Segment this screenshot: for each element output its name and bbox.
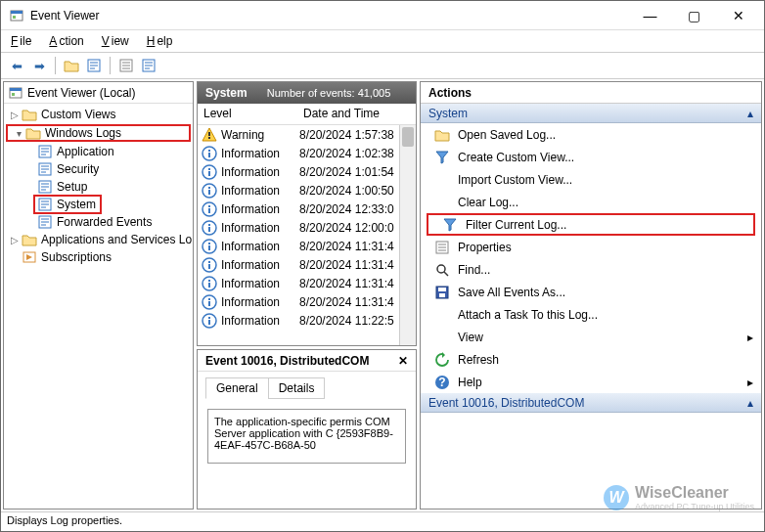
forward-button[interactable]: ➡ xyxy=(29,56,49,75)
folder-icon xyxy=(22,107,37,122)
tree-label: Custom Views xyxy=(41,108,115,121)
event-datetime: 8/20/2024 1:01:54 xyxy=(295,165,416,179)
tree-setup[interactable]: Setup xyxy=(4,178,193,196)
subscriptions-icon xyxy=(22,249,37,265)
center-header: System Number of events: 41,005 xyxy=(198,82,416,104)
info-icon xyxy=(202,164,217,180)
action-label: Import Custom View... xyxy=(458,173,572,187)
action-view[interactable]: View ▸ xyxy=(421,326,761,348)
event-datetime: 8/20/2024 1:57:38 xyxy=(295,128,416,142)
info-icon xyxy=(202,239,217,254)
col-level[interactable]: Level xyxy=(198,104,297,124)
blank-icon xyxy=(434,330,450,345)
action-label: Open Saved Log... xyxy=(458,128,556,142)
collapse-icon[interactable]: ▾ xyxy=(12,128,25,139)
event-row[interactable]: Information8/20/2024 1:00:50 xyxy=(198,181,416,200)
tree-label: Setup xyxy=(57,180,87,194)
action-attach-task[interactable]: Attach a Task To this Log... xyxy=(421,303,761,326)
log-icon xyxy=(37,161,53,177)
scrollbar-thumb[interactable] xyxy=(402,127,414,147)
toolbar-btn-4[interactable] xyxy=(139,56,158,75)
tree-apps-services[interactable]: ▷ Applications and Services Lo xyxy=(4,231,193,248)
event-row[interactable]: Information8/20/2024 1:02:38 xyxy=(198,144,416,162)
tab-general[interactable]: General xyxy=(205,377,269,399)
tree-security[interactable]: Security xyxy=(4,160,193,178)
close-button[interactable]: ✕ xyxy=(716,2,760,29)
action-filter-current-log[interactable]: Filter Current Log... xyxy=(427,213,755,236)
actions-section-system[interactable]: System ▴ xyxy=(421,104,761,123)
tree-label: Security xyxy=(57,162,99,176)
close-detail-button[interactable]: ✕ xyxy=(398,354,408,368)
collapse-icon[interactable]: ▴ xyxy=(747,107,753,120)
col-datetime[interactable]: Date and Time xyxy=(297,104,416,124)
expand-icon[interactable]: ▷ xyxy=(8,235,22,245)
action-label: Clear Log... xyxy=(458,196,518,209)
event-row[interactable]: Information8/20/2024 11:31:4 xyxy=(198,292,416,311)
action-label: Filter Current Log... xyxy=(466,218,566,232)
tree-label: Subscriptions xyxy=(41,250,112,264)
event-list[interactable]: Warning8/20/2024 1:57:38Information8/20/… xyxy=(198,125,416,345)
scrollbar[interactable] xyxy=(399,125,416,345)
event-row[interactable]: Information8/20/2024 11:31:4 xyxy=(198,255,416,274)
help-icon xyxy=(434,375,450,390)
tree-label: System xyxy=(57,198,96,211)
toolbar-btn-3[interactable] xyxy=(116,56,136,75)
statusbar: Displays Log properties. xyxy=(1,511,764,531)
toolbar: ⬅ ➡ xyxy=(1,52,764,79)
tree-subscriptions[interactable]: Subscriptions xyxy=(4,248,193,266)
event-row[interactable]: Information8/20/2024 11:31:4 xyxy=(198,274,416,292)
tab-details[interactable]: Details xyxy=(268,377,326,399)
maximize-button[interactable]: ▢ xyxy=(672,2,716,29)
expand-icon[interactable]: ▷ xyxy=(8,110,22,120)
minimize-button[interactable]: — xyxy=(628,2,672,29)
event-row[interactable]: Information8/20/2024 11:31:4 xyxy=(198,237,416,255)
folder-icon xyxy=(434,127,450,143)
action-clear-log[interactable]: Clear Log... xyxy=(421,191,761,213)
app-icon xyxy=(9,8,24,23)
properties-icon xyxy=(434,240,450,255)
tree-windows-logs[interactable]: ▾ Windows Logs xyxy=(6,124,191,142)
event-row[interactable]: Warning8/20/2024 1:57:38 xyxy=(198,125,416,144)
action-import-custom-view[interactable]: Import Custom View... xyxy=(421,168,761,191)
root-icon xyxy=(8,85,23,101)
menu-action[interactable]: Action xyxy=(45,32,85,50)
action-create-custom-view[interactable]: Create Custom View... xyxy=(421,146,761,168)
tree-label: Windows Logs xyxy=(45,126,121,140)
blank-icon xyxy=(434,307,450,323)
tree-label: Application xyxy=(57,145,114,158)
event-row[interactable]: Information8/20/2024 1:01:54 xyxy=(198,162,416,181)
actions-title: Actions xyxy=(421,82,761,104)
action-label: Properties xyxy=(458,241,512,254)
tree-application[interactable]: Application xyxy=(4,143,193,160)
tree-forwarded[interactable]: Forwarded Events xyxy=(4,213,193,231)
event-row[interactable]: Information8/20/2024 12:00:0 xyxy=(198,218,416,237)
info-icon xyxy=(202,313,217,329)
action-refresh[interactable]: Refresh xyxy=(421,348,761,371)
info-icon xyxy=(202,183,217,199)
collapse-icon[interactable]: ▴ xyxy=(747,396,753,410)
menubar: File Action View Help xyxy=(1,30,764,52)
action-label: Help xyxy=(458,376,482,389)
event-datetime: 8/20/2024 1:00:50 xyxy=(295,184,416,198)
titlebar: Event Viewer — ▢ ✕ xyxy=(1,1,764,30)
action-find[interactable]: Find... xyxy=(421,258,761,281)
action-open-saved-log[interactable]: Open Saved Log... xyxy=(421,123,761,146)
toolbar-btn-2[interactable] xyxy=(84,56,104,75)
event-detail-pane: Event 10016, DistributedCOM ✕ General De… xyxy=(197,349,417,510)
actions-section-event[interactable]: Event 10016, DistributedCOM ▴ xyxy=(421,393,761,413)
menu-file[interactable]: File xyxy=(7,32,33,50)
toolbar-btn-1[interactable] xyxy=(62,56,81,75)
menu-help[interactable]: Help xyxy=(143,32,175,50)
action-label: Attach a Task To this Log... xyxy=(458,308,598,322)
event-row[interactable]: Information8/20/2024 12:33:0 xyxy=(198,200,416,218)
tree-system[interactable]: System xyxy=(4,196,193,213)
back-button[interactable]: ⬅ xyxy=(7,56,26,75)
action-save-all-events[interactable]: Save All Events As... xyxy=(421,281,761,303)
tree-root[interactable]: Event Viewer (Local) xyxy=(4,82,193,104)
tree-custom-views[interactable]: ▷ Custom Views xyxy=(4,106,193,123)
action-help[interactable]: Help ▸ xyxy=(421,371,761,393)
event-row[interactable]: Information8/20/2024 11:22:5 xyxy=(198,311,416,330)
menu-view[interactable]: View xyxy=(98,32,131,50)
action-properties[interactable]: Properties xyxy=(421,236,761,258)
funnel-icon xyxy=(434,150,450,165)
